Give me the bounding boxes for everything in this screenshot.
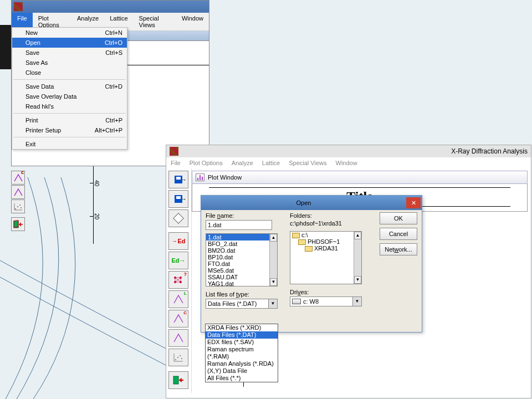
menu-special-views[interactable]: Special Views (289, 160, 326, 166)
file-submenu: NewCtrl+N OpenCtrl+O SaveCtrl+S Save As … (12, 27, 127, 150)
ed-green-icon[interactable]: Ed→ (168, 252, 188, 269)
peak-x-icon[interactable] (168, 329, 188, 347)
scrollbar[interactable]: ▲▼ (269, 234, 277, 286)
option[interactable]: (X,Y) Data File (206, 367, 278, 375)
list-item[interactable]: BFO_2.dat (206, 241, 277, 247)
list-item[interactable]: BP10.dat (206, 254, 277, 260)
network-button[interactable]: Network... (380, 243, 417, 255)
list-item[interactable]: c:\ (290, 232, 361, 238)
ok-button[interactable]: OK (380, 212, 417, 224)
label: Open (25, 39, 40, 46)
shortcut: Ctrl+O (105, 39, 122, 46)
option[interactable]: Raman Analysis (*.RDA) (206, 360, 278, 367)
svg-point-12 (180, 355, 181, 356)
save-arrow-icon[interactable]: → (168, 190, 188, 208)
open-dialog: Open ✕ File name: 1.dat BFO_2.dat BM2O.d… (201, 195, 422, 332)
scroll-down-icon[interactable]: ▼ (270, 278, 277, 286)
menu-item-new[interactable]: NewCtrl+N (12, 28, 127, 38)
close-button[interactable]: ✕ (406, 197, 421, 208)
menu-item-save-data[interactable]: Save DataCtrl+D (12, 81, 127, 91)
list-item[interactable]: MSe5.dat (206, 267, 277, 274)
menu-item-save-overlay[interactable]: Save Overlay Data (12, 91, 127, 101)
shortcut: Alt+Ctrl+P (95, 127, 122, 134)
shortcut: Ctrl+S (105, 49, 122, 56)
list-item[interactable]: SSAU.DAT (206, 274, 277, 280)
list-item[interactable]: XRDA31 (290, 245, 361, 252)
folders-path: c:\phdsof~1\xrda31 (290, 220, 362, 227)
menu-window[interactable]: Window (176, 13, 209, 30)
menu-item-save[interactable]: SaveCtrl+S (12, 48, 127, 58)
peak-c-icon[interactable]: C (168, 310, 188, 328)
menu-item-close[interactable]: Close (12, 68, 127, 78)
scroll-up-icon[interactable]: ▲ (354, 232, 361, 239)
y-tick-mark (90, 216, 93, 217)
svg-point-2 (19, 204, 21, 206)
label: Save As (25, 59, 48, 66)
peak-l-icon[interactable]: L (168, 290, 188, 308)
list-item[interactable]: FTO.dat (206, 260, 277, 267)
list-item[interactable]: YAG1.dat (206, 280, 277, 287)
lattice-icon[interactable]: ? (168, 271, 188, 289)
plot-window-titlebar[interactable]: Plot Window (192, 171, 528, 184)
menu-item-printer-setup[interactable]: Printer SetupAlt+Ctrl+P (12, 125, 127, 135)
file-name-input[interactable] (206, 220, 272, 230)
folder-open-icon (298, 239, 306, 245)
list-item[interactable]: BM2O.dat (206, 247, 277, 254)
cancel-button[interactable]: Cancel (380, 228, 417, 240)
combo-value: c: W8 (303, 298, 319, 305)
file-type-combo[interactable]: Data Files (*.DAT)▼ (206, 299, 278, 309)
menu-item-save-as[interactable]: Save As (12, 58, 127, 68)
menu-lattice[interactable]: Lattice (262, 160, 280, 166)
menu-item-read-hkl[interactable]: Read hkl's (12, 101, 127, 111)
drive-icon (292, 299, 301, 304)
chevron-down-icon[interactable]: ▼ (268, 299, 277, 308)
option[interactable]: Raman spectrum (*.RAM) (206, 346, 278, 360)
menu-item-print[interactable]: PrintCtrl+P (12, 115, 127, 125)
file-type-dropdown[interactable]: XRDA Files (*.XRD) Data Files (*.DAT) ED… (205, 324, 278, 382)
titlebar[interactable]: X-Ray Diffraction Analysis (166, 145, 531, 157)
plot-window-label: Plot Window (208, 174, 242, 181)
option[interactable]: Data Files (*.DAT) (206, 331, 278, 339)
option[interactable]: XRDA Files (*.XRD) (206, 324, 278, 331)
label: Save Data (25, 83, 54, 90)
menu-file[interactable]: File (171, 160, 181, 166)
svg-point-10 (175, 359, 176, 360)
exit-icon[interactable] (11, 217, 25, 231)
svg-point-1 (17, 206, 18, 207)
peak-c-icon[interactable]: C (11, 185, 25, 199)
menu-analyze[interactable]: Analyze (232, 160, 253, 166)
file-listbox[interactable]: 1.dat BFO_2.dat BM2O.dat BP10.dat FTO.da… (206, 233, 278, 287)
drives-combo[interactable]: c: W8▼ (290, 296, 362, 306)
list-item[interactable]: 1.dat (206, 234, 277, 241)
menu-item-exit[interactable]: Exit (12, 139, 127, 149)
scatter-icon[interactable] (11, 200, 25, 213)
save-arrow-icon[interactable]: → (168, 171, 188, 188)
exit-icon[interactable] (168, 371, 188, 389)
folder-listbox[interactable]: c:\ PHDSOF~1 XRDA31 ▲▼ (290, 231, 362, 284)
folder-open-icon (292, 233, 300, 238)
separator (13, 79, 126, 80)
menu-special-views[interactable]: Special Views (134, 13, 176, 30)
scatter-icon[interactable] (168, 349, 188, 366)
menu-window[interactable]: Window (336, 160, 357, 166)
y-axis-line (93, 166, 94, 244)
option[interactable]: All Files (*.*) (206, 375, 278, 382)
svg-point-11 (177, 357, 178, 358)
svg-point-3 (21, 207, 22, 208)
arrow-right-icon: → (181, 196, 187, 202)
diamond-icon[interactable] (168, 209, 188, 227)
option[interactable]: EDX files (*.SAV) (206, 339, 278, 346)
scrollbar[interactable]: ▲▼ (354, 232, 361, 284)
menu-plot-options[interactable]: Plot Options (190, 160, 223, 166)
scroll-up-icon[interactable]: ▲ (270, 234, 277, 242)
chevron-down-icon[interactable]: ▼ (352, 297, 361, 306)
titlebar[interactable] (12, 1, 209, 13)
list-item[interactable]: PHDSOF~1 (290, 238, 361, 245)
ed-red-icon[interactable]: →Ed (168, 232, 188, 250)
menu-item-open[interactable]: OpenCtrl+O (12, 38, 127, 48)
scroll-down-icon[interactable]: ▼ (354, 276, 361, 284)
folder-open-icon (305, 246, 313, 252)
dialog-titlebar[interactable]: Open ✕ (201, 196, 422, 210)
toolbar-left: L C (11, 171, 25, 232)
shortcut: Ctrl+N (105, 29, 122, 36)
